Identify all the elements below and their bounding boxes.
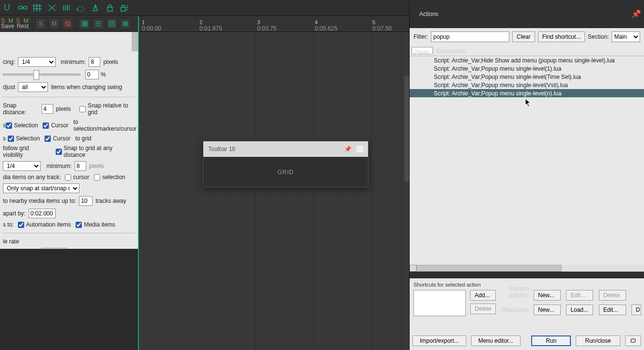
run-close-button[interactable]: Run/close	[576, 335, 620, 346]
tb2-lanes-icon[interactable]	[92, 18, 104, 30]
menu-editor-button[interactable]: Menu editor...	[471, 335, 521, 346]
floating-toolbar: Toolbar 16 📌 GRID	[203, 141, 368, 187]
column-description[interactable]: Description	[434, 46, 643, 55]
spacing-select[interactable]: 1/4	[18, 57, 56, 67]
crossing-icon[interactable]	[46, 1, 58, 14]
ruler-mark: 20:01.875	[199, 19, 222, 32]
grid-button-label[interactable]: GRID	[277, 169, 294, 176]
tb2-group-icon[interactable]	[79, 18, 91, 30]
action-row[interactable]: Script: Archie_Var;Popup menu single-lev…	[410, 73, 644, 81]
adjust-select[interactable]: all	[18, 82, 48, 92]
sm-save-button[interactable]: S M Save	[0, 18, 15, 29]
close-button[interactable]: Cl	[625, 335, 641, 346]
clear-button[interactable]: Clear	[512, 31, 535, 42]
grid-icon[interactable]	[31, 1, 44, 14]
adjust-rest-label: items when changing swing	[51, 84, 122, 91]
snap-any-label: Snap to grid at any distance	[64, 145, 136, 158]
loop-icon[interactable]	[75, 1, 87, 14]
cursor-checkbox-2[interactable]	[45, 136, 51, 142]
delete-custom-button[interactable]: Delete	[599, 290, 626, 301]
to-grid-label: to grid	[75, 135, 91, 142]
section-select[interactable]: Main	[612, 31, 640, 42]
action-row[interactable]: Script: Archie_Var;Hide Show add menu (p…	[410, 56, 644, 64]
cursor-cb-label: cursor	[73, 174, 89, 181]
panel-scrollbar[interactable]	[132, 32, 138, 51]
action-source: Script: Archie_Var;	[434, 74, 481, 80]
floating-toolbar-title: Toolbar 16	[208, 146, 235, 152]
selection-checkbox-1[interactable]	[6, 122, 12, 129]
new-reascript-button[interactable]: New...	[534, 304, 561, 315]
edit-reascript-button[interactable]: Edit...	[599, 304, 626, 315]
metronome-icon[interactable]	[89, 1, 102, 14]
pixels-label: pixels	[103, 59, 118, 65]
edit-custom-button[interactable]: Edit...	[566, 290, 593, 301]
action-description: Popup menu single-level(Vsti).lua	[481, 82, 568, 89]
new-custom-button[interactable]: New...	[534, 290, 561, 301]
snap-relative-checkbox[interactable]	[79, 106, 86, 112]
apart-by-input[interactable]	[29, 209, 56, 218]
close-icon[interactable]	[356, 146, 363, 152]
snap-any-checkbox[interactable]	[56, 149, 62, 155]
top-toolbar	[0, 0, 409, 15]
only-snap-select[interactable]: Only snap at start/snap offset	[3, 183, 79, 193]
shortcuts-listbox[interactable]	[414, 290, 466, 316]
selection-track-checkbox[interactable]	[94, 174, 100, 181]
action-row[interactable]: Script: Archie_Var;Popup menu single-lev…	[410, 89, 644, 97]
cursor-track-checkbox[interactable]	[65, 174, 71, 181]
tb2-m-icon[interactable]: M	[48, 18, 60, 30]
lock-icon[interactable]	[104, 1, 116, 14]
snap-magnet-icon[interactable]	[2, 1, 15, 14]
action-source: Script: Archie_Var;	[434, 90, 481, 97]
action-row[interactable]: Script: Archie_Var;Popup menu single-lev…	[410, 81, 644, 89]
tb2-s-icon[interactable]: S	[35, 18, 46, 30]
tb2-list-icon[interactable]	[106, 18, 118, 30]
actions-titlebar[interactable]: Actions 📌	[410, 0, 644, 28]
action-list[interactable]: Script: Archie_Var;Hide Show add menu (p…	[410, 56, 644, 272]
pin-icon[interactable]: 📌	[631, 9, 641, 18]
action-description: Popup menu single-level(n).lua	[481, 90, 561, 97]
find-shortcut-button[interactable]: Find shortcut...	[538, 31, 585, 42]
sm-rest-button[interactable]: S M Rest	[15, 18, 30, 29]
arrange-scrollbar[interactable]	[404, 76, 409, 182]
snap-distance-input[interactable]	[42, 104, 53, 114]
second-toolbar: S M Save S M Rest S M	[0, 15, 138, 32]
pin-icon[interactable]: 📌	[344, 146, 352, 152]
automation-items-checkbox[interactable]	[18, 222, 24, 228]
link-icon[interactable]	[16, 1, 29, 14]
action-source: Script: Archie_Var;	[434, 65, 481, 72]
cursor-checkbox-1[interactable]	[43, 122, 49, 129]
arrange-view[interactable]	[139, 32, 409, 350]
ruler-mark: 40:05.625	[315, 19, 337, 32]
pixels-label-3: pixels	[89, 163, 104, 169]
tb2-stack-icon[interactable]	[120, 18, 131, 30]
selection-checkbox-2[interactable]	[8, 136, 14, 142]
import-export-button[interactable]: Import/export...	[413, 335, 466, 346]
media-items-checkbox[interactable]	[76, 222, 82, 228]
floating-toolbar-header[interactable]: Toolbar 16 📌	[203, 141, 368, 157]
action-row[interactable]: Script: Archie_Var;Popup menu single-lev…	[410, 64, 644, 73]
filter-input[interactable]	[431, 31, 509, 42]
below-panel	[0, 249, 138, 350]
ruler-mark: 30:03.75	[257, 19, 276, 32]
freq-select[interactable]: 1/4	[3, 161, 41, 171]
delete-reascript-button[interactable]: D	[631, 304, 641, 315]
timeline-ruler[interactable]: 10:00.0020:01.87530:03.7540:05.62550:07.…	[139, 16, 409, 32]
scroll-track[interactable]	[416, 265, 644, 272]
load-reascript-button[interactable]: Load...	[566, 304, 593, 315]
lock-settings-icon[interactable]	[118, 1, 131, 14]
bars-icon[interactable]	[60, 1, 73, 14]
run-button[interactable]: Run	[531, 335, 571, 346]
nearby-input[interactable]	[79, 196, 92, 206]
column-shortcut[interactable]: Short...	[412, 47, 433, 54]
ruler-mark: 10:00.00	[142, 19, 161, 32]
swing-slider[interactable]	[3, 74, 80, 76]
cursor-label-2: Cursor	[53, 135, 70, 142]
tb2-clear-icon[interactable]	[62, 18, 74, 30]
svg-rect-21	[82, 21, 84, 23]
action-list-header: Short... Description	[410, 46, 644, 56]
minimum-input[interactable]	[89, 57, 100, 67]
swing-input[interactable]	[85, 70, 99, 79]
freq-min-input[interactable]	[75, 161, 86, 171]
scroll-thumb[interactable]	[416, 265, 562, 272]
scroll-left-button[interactable]: <	[410, 265, 416, 272]
